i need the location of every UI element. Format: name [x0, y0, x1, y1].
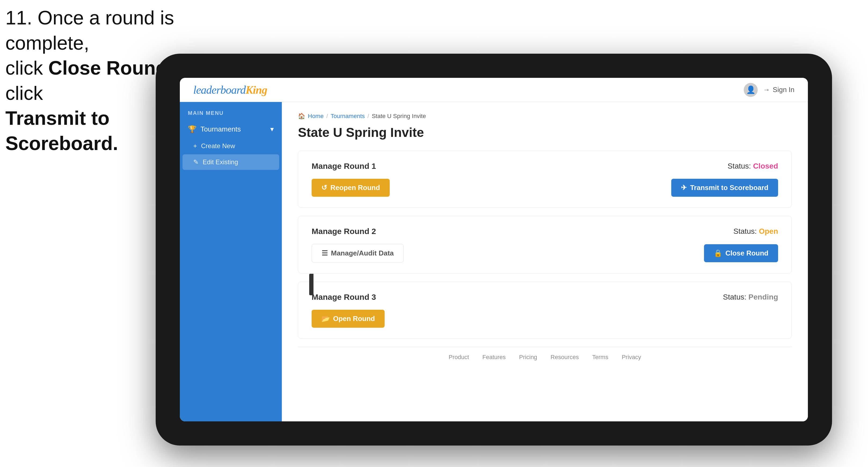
round2-status-label: Status:	[733, 227, 756, 236]
sidebar-create-new-label: Create New	[201, 142, 235, 150]
round2-title: Manage Round 2	[312, 227, 376, 236]
round1-title: Manage Round 1	[312, 162, 376, 171]
transmit-scoreboard-label: Transmit to Scoreboard	[690, 184, 768, 192]
transmit-icon: ✈	[681, 184, 687, 192]
footer-pricing[interactable]: Pricing	[519, 354, 537, 361]
user-avatar[interactable]: 👤	[744, 83, 758, 97]
sidebar-section-label: MAIN MENU	[180, 110, 282, 120]
sign-in-arrow-icon: →	[763, 86, 770, 94]
breadcrumb-tournaments-link[interactable]: Tournaments	[331, 113, 365, 120]
logo-king: King	[246, 84, 267, 96]
round2-actions: ☰ Manage/Audit Data 🔒 Close Round	[312, 244, 778, 262]
round3-section: Manage Round 3 Status: Pending 📂 Open Ro…	[298, 282, 792, 339]
instruction-line1: 11. Once a round is complete,	[5, 7, 174, 54]
reopen-round-button[interactable]: ↺ Reopen Round	[312, 179, 390, 197]
content-area: 🏠 Home / Tournaments / State U Spring In…	[282, 102, 808, 422]
footer-terms[interactable]: Terms	[592, 354, 609, 361]
sidebar-item-tournaments[interactable]: 🏆 Tournaments ▾	[180, 120, 282, 138]
breadcrumb-sep2: /	[367, 113, 369, 120]
close-round-button[interactable]: 🔒 Close Round	[704, 244, 778, 262]
chevron-down-icon: ▾	[270, 125, 274, 133]
footer-resources[interactable]: Resources	[551, 354, 579, 361]
sidebar-tournaments-label: Tournaments	[200, 125, 241, 133]
trophy-icon: 🏆	[188, 125, 196, 133]
breadcrumb-home-icon: 🏠	[298, 113, 305, 120]
logo-text: leaderboard	[193, 84, 246, 96]
round2-status-value: Open	[759, 227, 778, 236]
instruction-bold1: Close Round	[48, 57, 167, 79]
plus-icon: +	[193, 142, 197, 150]
manage-audit-data-button[interactable]: ☰ Manage/Audit Data	[312, 244, 404, 262]
lock-icon: 🔒	[714, 249, 722, 257]
reopen-icon: ↺	[321, 184, 327, 192]
breadcrumb-sep1: /	[327, 113, 328, 120]
sidebar-edit-existing[interactable]: ✎ Edit Existing	[183, 154, 279, 170]
round1-header: Manage Round 1 Status: Closed	[312, 162, 778, 171]
round2-status: Status: Open	[733, 227, 778, 236]
tablet-device: leaderboardKing 👤 → Sign In MAIN MENU 🏆 …	[156, 54, 832, 445]
open-round-label: Open Round	[333, 315, 375, 323]
edit-icon: ✎	[193, 158, 198, 166]
sign-in-button[interactable]: → Sign In	[763, 86, 795, 94]
footer-features[interactable]: Features	[482, 354, 506, 361]
breadcrumb: 🏠 Home / Tournaments / State U Spring In…	[298, 113, 792, 120]
manage-audit-label: Manage/Audit Data	[331, 249, 394, 257]
round1-section: Manage Round 1 Status: Closed ↺ Reopen R…	[298, 151, 792, 208]
round3-status: Status: Pending	[723, 293, 778, 302]
app-logo: leaderboardKing	[193, 84, 267, 96]
open-icon: 📂	[321, 315, 330, 323]
page-title: State U Spring Invite	[298, 125, 792, 140]
round1-status-value: Closed	[753, 162, 778, 170]
round1-status-label: Status:	[727, 162, 751, 170]
sidebar-edit-existing-label: Edit Existing	[203, 158, 238, 166]
sidebar-create-new[interactable]: + Create New	[180, 138, 282, 154]
round1-status: Status: Closed	[727, 162, 778, 170]
breadcrumb-current: State U Spring Invite	[372, 113, 426, 120]
top-navigation: leaderboardKing 👤 → Sign In	[180, 78, 808, 102]
footer-privacy[interactable]: Privacy	[622, 354, 641, 361]
reopen-round-label: Reopen Round	[331, 184, 380, 192]
footer-product[interactable]: Product	[448, 354, 469, 361]
sidebar-item-tournaments-left: 🏆 Tournaments	[188, 125, 241, 133]
round3-actions: 📂 Open Round	[312, 310, 778, 328]
top-nav-right: 👤 → Sign In	[744, 83, 795, 97]
breadcrumb-home-link[interactable]: Home	[308, 113, 324, 120]
close-round-label: Close Round	[725, 249, 768, 257]
sidebar: MAIN MENU 🏆 Tournaments ▾ + Create New ✎…	[180, 102, 282, 422]
instruction-line2: click	[5, 57, 48, 79]
transmit-to-scoreboard-button[interactable]: ✈ Transmit to Scoreboard	[671, 179, 778, 197]
tablet-screen: leaderboardKing 👤 → Sign In MAIN MENU 🏆 …	[180, 78, 808, 422]
tablet-power-button	[309, 274, 313, 295]
main-layout: MAIN MENU 🏆 Tournaments ▾ + Create New ✎…	[180, 102, 808, 422]
sign-in-label: Sign In	[773, 86, 795, 94]
round3-header: Manage Round 3 Status: Pending	[312, 292, 778, 302]
round3-status-value: Pending	[749, 293, 778, 301]
instruction-bold2: Transmit to Scoreboard.	[5, 107, 118, 154]
round1-actions: ↺ Reopen Round ✈ Transmit to Scoreboard	[312, 179, 778, 197]
round3-title: Manage Round 3	[312, 292, 376, 302]
audit-icon: ☰	[321, 249, 328, 257]
round3-status-label: Status:	[723, 293, 746, 301]
footer: Product Features Pricing Resources Terms…	[298, 347, 792, 367]
round2-section: Manage Round 2 Status: Open ☰ Manage/Aud…	[298, 216, 792, 274]
round2-header: Manage Round 2 Status: Open	[312, 227, 778, 236]
open-round-button[interactable]: 📂 Open Round	[312, 310, 384, 328]
